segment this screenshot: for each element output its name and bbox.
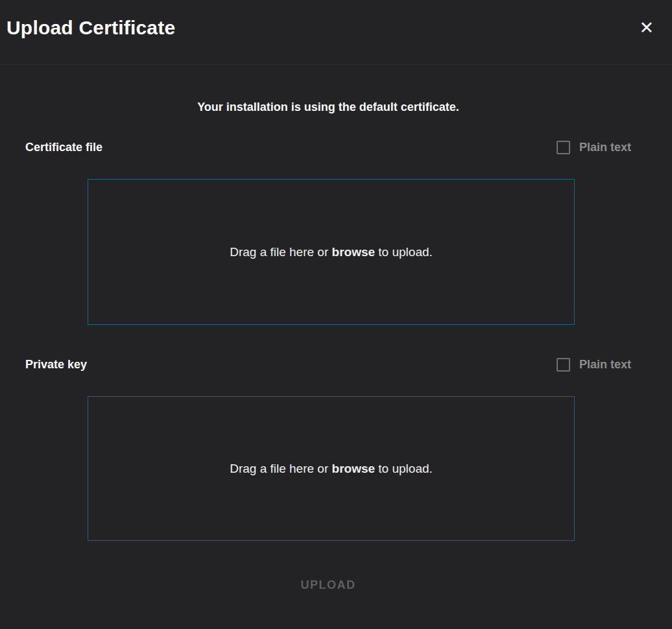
certificate-browse-link[interactable]: browse xyxy=(332,245,376,259)
dialog-content: Your installation is using the default c… xyxy=(0,65,672,596)
close-button[interactable]: ✕ xyxy=(635,16,658,39)
certificate-file-label: Certificate file xyxy=(25,141,102,154)
private-key-label: Private key xyxy=(25,358,87,372)
certificate-plain-text-toggle[interactable]: Plain text xyxy=(557,141,631,154)
dialog-header: Upload Certificate ✕ xyxy=(0,0,672,65)
private-key-plain-text-toggle[interactable]: Plain text xyxy=(557,358,631,372)
upload-button[interactable]: UPLOAD xyxy=(294,575,363,596)
dialog-title: Upload Certificate xyxy=(6,17,175,39)
dialog-footer: UPLOAD xyxy=(25,575,631,596)
private-key-dropzone-text: Drag a file here or browse to upload. xyxy=(230,462,433,476)
private-key-row: Private key Plain text xyxy=(25,358,631,372)
default-certificate-message: Your installation is using the default c… xyxy=(25,101,631,114)
certificate-plain-text-checkbox[interactable] xyxy=(557,141,570,154)
dropzone-text-suffix: to upload. xyxy=(375,245,433,259)
close-icon: ✕ xyxy=(639,18,654,38)
certificate-file-dropzone[interactable]: Drag a file here or browse to upload. xyxy=(88,179,575,325)
dropzone-text-prefix: Drag a file here or xyxy=(230,462,331,475)
certificate-dropzone-text: Drag a file here or browse to upload. xyxy=(230,245,433,259)
dropzone-text-suffix: to upload. xyxy=(375,462,433,475)
certificate-plain-text-label: Plain text xyxy=(579,141,631,154)
private-key-dropzone[interactable]: Drag a file here or browse to upload. xyxy=(88,396,575,541)
dropzone-text-prefix: Drag a file here or xyxy=(230,245,331,259)
private-key-browse-link[interactable]: browse xyxy=(332,462,376,475)
private-key-plain-text-checkbox[interactable] xyxy=(557,358,570,372)
certificate-file-row: Certificate file Plain text xyxy=(25,141,631,154)
upload-certificate-dialog: Upload Certificate ✕ Your installation i… xyxy=(0,0,672,629)
private-key-plain-text-label: Plain text xyxy=(579,358,631,372)
